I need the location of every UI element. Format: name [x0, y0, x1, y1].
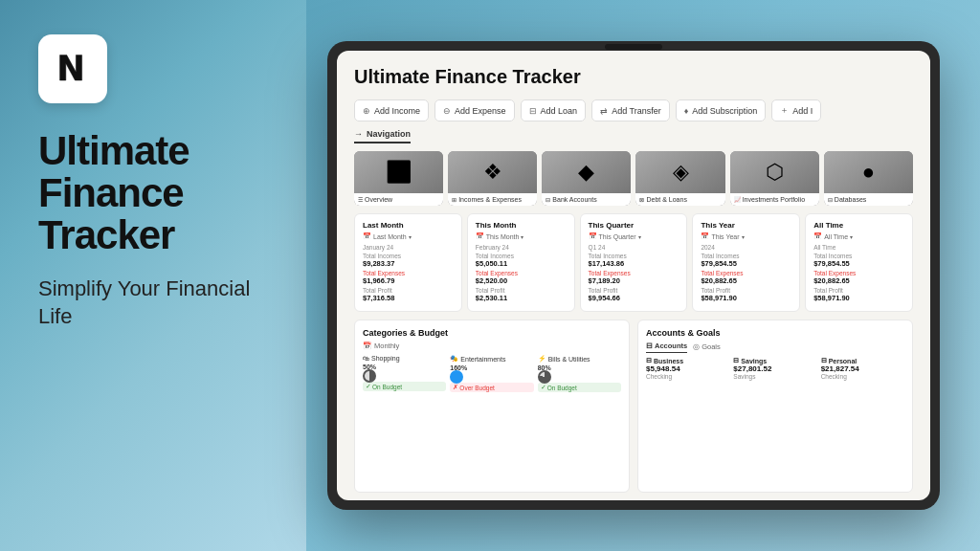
left-panel: Ultimate Finance Tracker Simplify Your F…: [0, 0, 306, 551]
left-subtitle: Simplify Your Financial Life: [38, 276, 268, 330]
nav-card-bank[interactable]: ◆ ⊟ Bank Accounts: [542, 151, 631, 206]
accounts-icon: ⊟: [646, 342, 653, 350]
budget-period: 📅 Monthly: [363, 342, 621, 350]
overview-label: ☰ Overview: [354, 193, 443, 206]
bank-label: ⊟ Bank Accounts: [542, 193, 631, 206]
nav-card-overview[interactable]: ⬛ ☰ Overview: [354, 151, 443, 206]
stat-last-month: Last Month 📅Last Month▾ January 24 Total…: [354, 213, 462, 312]
notion-logo: [38, 34, 107, 103]
add-subscription-button[interactable]: ♦ Add Subscription: [676, 99, 767, 121]
overview-shape: ⬛: [386, 160, 412, 185]
budget-item-bills: ⚡ Bills & Utilities 80% ✓On Budget: [538, 355, 621, 392]
add-transfer-button[interactable]: ⇄ Add Transfer: [591, 99, 670, 121]
right-panel: Ultimate Finance Tracker ⊕ Add Income ⊖ …: [306, 0, 980, 551]
databases-shape: ●: [862, 160, 875, 185]
minus-icon: ⊖: [443, 106, 451, 116]
add-income-button[interactable]: ⊕ Add Income: [354, 99, 429, 121]
debt-shape: ◈: [673, 160, 689, 185]
add-icon: ＋: [780, 104, 789, 117]
nav-cards-grid: ⬛ ☰ Overview ❖ ⊞ Incomes & Exp: [354, 151, 913, 206]
stat-all-time: All Time 📅All Time▾ All Time Total Incom…: [805, 213, 913, 312]
categories-budget-card: Categories & Budget 📅 Monthly 🛍 Shopping: [354, 320, 630, 493]
budget-items: 🛍 Shopping 50% ✓On Budget: [363, 355, 621, 392]
debt-label: ⊠ Debt & Loans: [635, 193, 724, 206]
device-screen: Ultimate Finance Tracker ⊕ Add Income ⊖ …: [337, 51, 930, 500]
savings-icon: ⊟: [733, 357, 739, 364]
entertainment-status: ✗Over Budget: [450, 383, 533, 392]
budget-item-shopping: 🛍 Shopping 50% ✓On Budget: [363, 355, 446, 392]
action-buttons: ⊕ Add Income ⊖ Add Expense ⊟ Add Loan ⇄ …: [354, 99, 913, 121]
calendar-icon: 📅: [363, 342, 371, 350]
goals-tab[interactable]: ◎ Goals: [693, 342, 721, 353]
add-more-button[interactable]: ＋ Add I: [771, 99, 821, 121]
nav-card-incomes[interactable]: ❖ ⊞ Incomes & Expenses: [448, 151, 537, 206]
subscription-icon: ♦: [684, 106, 689, 116]
databases-label: ⊟ Databases: [824, 193, 913, 206]
entertainment-icon: 🎭: [450, 355, 458, 363]
app-content: Ultimate Finance Tracker ⊕ Add Income ⊖ …: [337, 51, 930, 500]
account-business: ⊟ Business $5,948.54 Checking: [646, 357, 729, 380]
nav-card-debt[interactable]: ◈ ⊠ Debt & Loans: [635, 151, 724, 206]
incomes-label: ⊞ Incomes & Expenses: [448, 193, 537, 206]
investments-label: 📈 Investments Portfolio: [730, 193, 819, 206]
goals-icon: ◎: [693, 342, 700, 351]
budget-item-entertainment: 🎭 Entertainments 160% ✗Over Budget: [450, 355, 533, 392]
account-personal: ⊟ Personal $21,827.54 Checking: [821, 357, 904, 380]
stat-this-year: This Year 📅This Year▾ 2024 Total Incomes…: [692, 213, 800, 312]
bank-shape: ◆: [578, 160, 594, 185]
accounts-goals-card: Accounts & Goals ⊟ Accounts ◎ Goals: [637, 320, 913, 493]
shopping-icon: 🛍: [363, 355, 369, 362]
stats-row: Last Month 📅Last Month▾ January 24 Total…: [354, 213, 913, 312]
add-expense-button[interactable]: ⊖ Add Expense: [434, 99, 515, 121]
add-loan-button[interactable]: ⊟ Add Loan: [521, 99, 587, 121]
accounts-tabs: ⊟ Accounts ◎ Goals: [646, 342, 904, 353]
business-icon: ⊟: [646, 357, 652, 364]
nav-card-databases[interactable]: ● ⊟ Databases: [824, 151, 913, 206]
account-savings: ⊟ Savings $27,801.52 Savings: [733, 357, 816, 380]
investments-shape: ⬡: [766, 160, 784, 185]
nav-arrow-icon: →: [354, 129, 363, 139]
plus-icon: ⊕: [363, 106, 370, 116]
stat-this-month: This Month 📅This Month▾ February 24 Tota…: [467, 213, 575, 312]
loan-icon: ⊟: [529, 106, 537, 116]
stat-this-quarter: This Quarter 📅This Quarter▾ Q1 24 Total …: [580, 213, 688, 312]
bills-status: ✓On Budget: [538, 383, 621, 392]
incomes-shape: ❖: [483, 160, 502, 185]
camera-notch: [605, 44, 662, 50]
shopping-status: ✓On Budget: [363, 382, 446, 391]
accounts-grid: ⊟ Business $5,948.54 Checking ⊟ Savings: [646, 357, 904, 380]
bottom-section: Categories & Budget 📅 Monthly 🛍 Shopping: [354, 320, 913, 493]
transfer-icon: ⇄: [600, 106, 608, 116]
bills-icon: ⚡: [538, 355, 546, 363]
device-mockup: Ultimate Finance Tracker ⊕ Add Income ⊖ …: [327, 41, 940, 510]
app-title: Ultimate Finance Tracker: [354, 66, 913, 88]
left-title: Ultimate Finance Tracker: [38, 130, 268, 256]
accounts-tab[interactable]: ⊟ Accounts: [646, 342, 687, 353]
nav-card-investments[interactable]: ⬡ 📈 Investments Portfolio: [730, 151, 819, 206]
personal-icon: ⊟: [821, 357, 827, 364]
navigation-tab[interactable]: → Navigation: [354, 129, 411, 143]
